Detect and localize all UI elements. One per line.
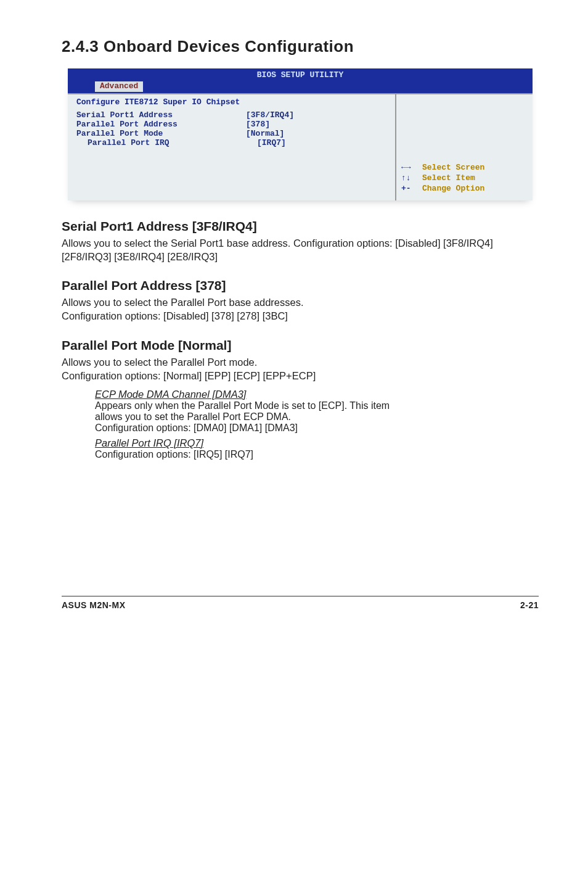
sub-option-irq: Parallel Port IRQ [IRQ7] Configuration o… [95, 437, 539, 460]
bios-row-value: [Normal] [246, 130, 284, 139]
help-text: Select Item [422, 173, 475, 184]
paragraph: Appears only when the Parallel Port Mode… [95, 400, 539, 411]
help-text: Select Screen [422, 163, 484, 173]
paragraph: Allows you to select the Serial Port1 ba… [62, 236, 539, 264]
footer-left: ASUS M2N-MX [62, 600, 126, 610]
bios-row-label: Parallel Port Address [76, 120, 246, 130]
bios-row: Parallel Port IRQ [IRQ7] [76, 139, 389, 148]
bios-row-label: Serial Port1 Address [76, 111, 246, 120]
bios-row-value: [3F8/IRQ4] [246, 111, 294, 120]
bios-row-value: [IRQ7] [257, 139, 286, 148]
paragraph: Configuration options: [Disabled] [378] … [62, 309, 539, 323]
bios-row-label: Parallel Port Mode [76, 130, 246, 139]
paragraph: Configuration options: [IRQ5] [IRQ7] [95, 449, 539, 460]
bios-tab-advanced: Advanced [95, 81, 143, 92]
sub-option-title: Parallel Port IRQ [IRQ7] [95, 437, 539, 449]
help-key: +- [401, 184, 422, 194]
bios-left-panel: Configure ITE8712 Super IO Chipset Seria… [68, 94, 395, 200]
sub-option-title: ECP Mode DMA Channel [DMA3] [95, 389, 539, 400]
bios-screenshot: BIOS SETUP UTILITY Advanced Configure IT… [68, 68, 533, 200]
subheading-serial-port1: Serial Port1 Address [3F8/IRQ4] [62, 219, 539, 234]
paragraph: Configuration options: [DMA0] [DMA1] [DM… [95, 423, 539, 434]
help-text: Change Option [422, 184, 484, 194]
section-heading: 2.4.3 Onboard Devices Configuration [62, 37, 539, 56]
bios-row: Serial Port1 Address [3F8/IRQ4] [76, 111, 389, 120]
bios-title: BIOS SETUP UTILITY [68, 68, 533, 81]
bios-row: Parallel Port Address [378] [76, 120, 389, 130]
help-key: ←→ [401, 163, 422, 173]
bios-row: Parallel Port Mode [Normal] [76, 130, 389, 139]
bios-tab-row: Advanced [68, 81, 533, 93]
bios-row-label: Parallel Port IRQ [76, 139, 257, 148]
subheading-parallel-address: Parallel Port Address [378] [62, 278, 539, 293]
bios-right-panel: ←→Select Screen ↑↓Select Item +-Change O… [395, 94, 533, 200]
paragraph: allows you to set the Parallel Port ECP … [95, 411, 539, 423]
sub-option-ecp: ECP Mode DMA Channel [DMA3] Appears only… [95, 389, 539, 434]
paragraph: Allows you to select the Parallel Port m… [62, 355, 539, 369]
bios-row-value: [378] [246, 120, 270, 130]
page-footer: ASUS M2N-MX 2-21 [62, 596, 539, 610]
subheading-parallel-mode: Parallel Port Mode [Normal] [62, 338, 539, 353]
paragraph: Allows you to select the Parallel Port b… [62, 295, 539, 309]
help-key: ↑↓ [401, 173, 422, 184]
bios-panel-title: Configure ITE8712 Super IO Chipset [76, 98, 389, 107]
paragraph: Configuration options: [Normal] [EPP] [E… [62, 369, 539, 382]
footer-right: 2-21 [520, 600, 539, 610]
bios-help: ←→Select Screen ↑↓Select Item +-Change O… [401, 163, 528, 194]
